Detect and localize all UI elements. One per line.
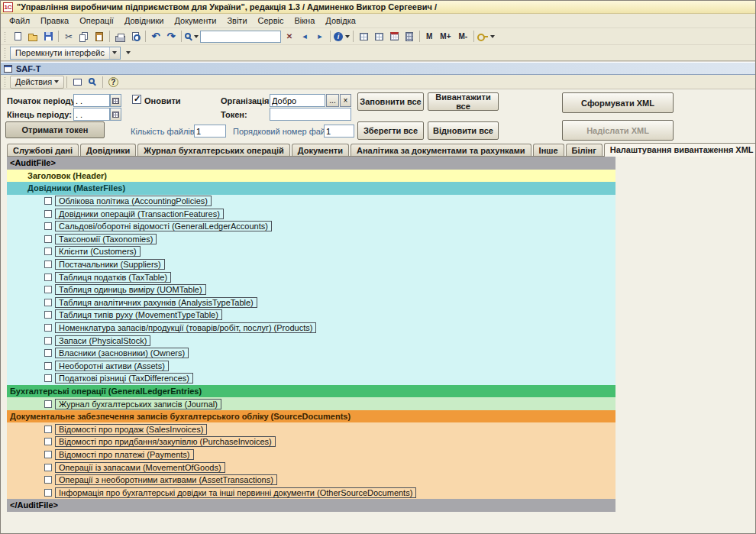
period-end-input[interactable] [73, 108, 110, 121]
tab-xml-export-settings[interactable]: Налаштування вивантаження XML [604, 143, 756, 157]
find-previous-button[interactable]: ◂ [297, 30, 312, 44]
tree-checkbox[interactable] [44, 235, 52, 243]
actions-menu-button[interactable]: Действия [10, 76, 64, 89]
edit-table-button[interactable] [371, 30, 386, 44]
memory-recall-button[interactable]: M [422, 30, 436, 44]
tree-item-row[interactable]: Постачальники (Suppliers) [7, 258, 615, 271]
value-list-button[interactable] [356, 30, 371, 44]
interface-switcher[interactable]: Перемкнути інтерфейс [10, 47, 121, 60]
tree-checkbox[interactable] [44, 400, 52, 408]
tree-checkbox[interactable] [44, 311, 52, 319]
tab-doc-analytics[interactable]: Аналітика за документами та рахунками [351, 144, 531, 156]
save-button[interactable] [40, 30, 56, 44]
tree-checkbox[interactable] [44, 374, 52, 382]
tree-checkbox[interactable] [44, 222, 52, 230]
menu-windows[interactable]: Вікна [289, 15, 321, 27]
open-form-button[interactable] [69, 75, 85, 89]
generate-xml-button[interactable]: Сформувати XML [562, 92, 674, 113]
tab-documents[interactable]: Документи [292, 144, 349, 156]
menu-service[interactable]: Сервіс [253, 15, 289, 27]
new-document-button[interactable] [10, 30, 25, 44]
save-all-button[interactable]: Зберегти все [357, 121, 424, 140]
tree-checkbox[interactable] [44, 464, 52, 471]
refresh-checkbox[interactable] [132, 95, 141, 104]
tree-header-row[interactable]: Заголовок (Header) [7, 170, 615, 183]
send-xml-button[interactable]: Надіслати XML [562, 120, 674, 141]
tree-checkbox[interactable] [44, 489, 52, 497]
tree-item-row[interactable]: Таблиця одиниць виміру (UOMTable) [7, 283, 615, 296]
help-button[interactable]: ? [105, 75, 121, 89]
period-start-calendar-button[interactable] [110, 94, 121, 107]
cut-button[interactable]: ✂ [61, 30, 76, 44]
tab-billing[interactable]: Білінг [566, 144, 603, 156]
tree-item-row[interactable]: Довідники операцій (TransactionFeatures) [7, 207, 615, 220]
tree-item-row[interactable]: Таблиця податків (TaxTable) [7, 270, 615, 283]
tree-item-row[interactable]: Таблиця типів руху (MovementTypeTable) [7, 309, 615, 322]
tree-checkbox[interactable] [44, 349, 52, 357]
memory-plus-button[interactable]: M+ [436, 30, 454, 44]
tree-item-row[interactable]: Журнал бухгалтерських записів (Journal) [7, 397, 615, 410]
token-input[interactable] [270, 108, 351, 121]
tree-checkbox[interactable] [44, 248, 52, 255]
tree-item-row[interactable]: Необоротні активи (Assets) [7, 360, 615, 373]
quick-search-input[interactable] [200, 31, 281, 43]
menu-reports[interactable]: Звіти [221, 15, 252, 27]
undo-button[interactable]: ↶ [148, 30, 163, 44]
tab-directories[interactable]: Довідники [80, 144, 136, 156]
tree-checkbox[interactable] [44, 299, 52, 306]
organization-clear-button[interactable]: × [340, 94, 351, 107]
get-token-button[interactable]: Отримати токен [5, 121, 105, 138]
tree-tag-row[interactable]: <AuditFile> [7, 157, 615, 170]
menu-file[interactable]: Файл [4, 15, 35, 27]
find-row-button[interactable] [85, 75, 100, 89]
tab-service-data[interactable]: Службові дані [7, 144, 79, 156]
tree-item-row[interactable]: Відомості про придбання/закупівлю (Purch… [7, 435, 615, 448]
redo-button[interactable]: ↷ [163, 30, 179, 44]
menu-operations[interactable]: Операції [74, 15, 119, 27]
tree-item-row[interactable]: Відомості про платежі (Payments) [7, 448, 615, 461]
tree-item-row[interactable]: Операції із запасами (MovementOfGoods) [7, 461, 615, 474]
tree-checkbox[interactable] [44, 438, 52, 445]
tree-checkbox[interactable] [44, 337, 52, 345]
tree-checkbox[interactable] [44, 273, 52, 281]
tree-checkbox[interactable] [44, 362, 52, 370]
menu-directories[interactable]: Довідники [119, 15, 170, 27]
tree-header-row[interactable]: Документальне забезпечення записів бухга… [7, 410, 615, 423]
service-key-button[interactable] [477, 30, 496, 44]
upload-all-button[interactable]: Вивантажити все [428, 92, 499, 111]
memory-minus-button[interactable]: M- [455, 30, 472, 44]
tree-tag-row[interactable]: </AuditFile> [7, 499, 615, 512]
print-button[interactable] [112, 30, 128, 44]
toolbar-overflow-button[interactable] [121, 46, 136, 60]
tree-checkbox[interactable] [44, 451, 52, 458]
find-button[interactable] [184, 30, 199, 44]
tab-gl-journal[interactable]: Журнал бухгалтерських операцій [137, 144, 290, 156]
fill-all-button[interactable]: Заповнити все [357, 92, 424, 111]
tree-item-row[interactable]: Запаси (PhysicalStock) [7, 334, 615, 347]
tree-header-row[interactable]: Довідники (MasterFiles) [7, 182, 615, 195]
tree-header-row[interactable]: Бухгалтерські операції (GeneralLedgerEnt… [7, 385, 615, 398]
tree-checkbox[interactable] [44, 476, 52, 484]
tree-item-row[interactable]: Податкові різниці (TaxDifferences) [7, 372, 615, 385]
restore-all-button[interactable]: Відновити все [428, 121, 499, 140]
paste-button[interactable] [92, 30, 107, 44]
find-next-button[interactable]: ▸ [312, 30, 328, 44]
tree-checkbox[interactable] [44, 210, 52, 218]
organization-input[interactable] [270, 94, 325, 107]
tree-item-row[interactable]: Сальдові/оборотні відомості (GeneralLedg… [7, 220, 615, 233]
file-number-input[interactable] [324, 125, 354, 138]
tree-item-row[interactable]: Клієнти (Customers) [7, 245, 615, 258]
tree-checkbox[interactable] [44, 286, 52, 293]
calendar-button[interactable] [386, 30, 402, 44]
open-file-button[interactable] [25, 30, 40, 44]
tree-item-row[interactable]: Інформація про бухгалтерські довідки та … [7, 486, 615, 499]
tree-item-row[interactable]: Таксономії (Taxonomies) [7, 233, 615, 246]
tree-checkbox[interactable] [44, 261, 52, 268]
files-count-input[interactable] [194, 125, 226, 138]
tree-checkbox[interactable] [44, 324, 52, 332]
tab-other[interactable]: Інше [533, 144, 564, 156]
clear-search-button[interactable]: ✕ [282, 30, 297, 44]
tree-item-row[interactable]: Відомості про продаж (SalesInvoices) [7, 422, 615, 435]
period-end-calendar-button[interactable] [110, 108, 121, 121]
menu-edit[interactable]: Правка [35, 15, 74, 27]
